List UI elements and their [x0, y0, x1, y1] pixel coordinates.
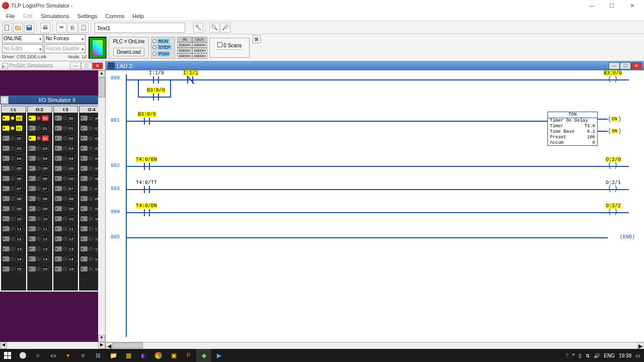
- task-app-2[interactable]: ▦: [121, 349, 136, 362]
- io-switch[interactable]: [29, 236, 36, 241]
- prosim-min-button[interactable]: —: [70, 62, 81, 69]
- io-bit-row[interactable]: 01: [2, 123, 26, 133]
- io-switch[interactable]: [3, 196, 10, 201]
- io-bit-row[interactable]: 00: [2, 113, 26, 123]
- io-bit-row[interactable]: 11: [28, 224, 52, 234]
- tray-chevron-icon[interactable]: ^: [573, 353, 575, 358]
- io-bit-row[interactable]: 04: [28, 153, 52, 163]
- download-button[interactable]: DownLoad: [113, 48, 144, 56]
- open-button[interactable]: [13, 23, 23, 33]
- io-switch[interactable]: [3, 206, 10, 211]
- io-switch[interactable]: [55, 256, 62, 261]
- io-switch[interactable]: [55, 176, 62, 181]
- io-bit-row[interactable]: 04: [2, 153, 26, 163]
- ladder-min-button[interactable]: —: [609, 62, 620, 69]
- io-switch[interactable]: [29, 256, 36, 261]
- menu-simulations[interactable]: Simulations: [37, 13, 73, 19]
- timer-instruction[interactable]: TON Timer On Delay TimerT4:0 Time Base0.…: [547, 112, 598, 146]
- io-switch[interactable]: [80, 206, 88, 211]
- io-bit-row[interactable]: 03: [54, 143, 78, 153]
- io-switch[interactable]: [3, 216, 10, 221]
- io-bit-row[interactable]: 07: [28, 184, 52, 194]
- prosim-close-button[interactable]: ✕: [92, 62, 103, 69]
- io-switch[interactable]: [3, 226, 10, 231]
- coil-ote[interactable]: [608, 186, 618, 193]
- io-switch[interactable]: [55, 206, 62, 211]
- ladder-hscroll[interactable]: ◀▶: [106, 342, 644, 349]
- io-switch[interactable]: [3, 136, 10, 141]
- minimize-button[interactable]: —: [582, 1, 602, 11]
- io-bit-row[interactable]: 11: [54, 224, 78, 234]
- tool-button[interactable]: 🔧: [193, 23, 203, 33]
- io-switch[interactable]: [80, 226, 88, 231]
- task-edge[interactable]: e: [75, 349, 91, 362]
- io-bit-row[interactable]: 03: [28, 143, 52, 153]
- io-bit-row[interactable]: 02: [2, 133, 26, 143]
- io-switch[interactable]: [29, 166, 36, 171]
- prosim-vscroll[interactable]: ▲▼: [98, 70, 105, 342]
- menu-help[interactable]: Help: [128, 13, 148, 19]
- io-switch[interactable]: [29, 266, 36, 272]
- io-switch[interactable]: [3, 176, 10, 181]
- io-bit-row[interactable]: 11: [2, 224, 26, 234]
- tray-lang[interactable]: ENG: [604, 353, 615, 358]
- io-switch[interactable]: [80, 256, 88, 261]
- io-switch[interactable]: [3, 146, 10, 151]
- io-bit-row[interactable]: 12: [2, 234, 26, 244]
- task-app-4[interactable]: ▣: [166, 349, 181, 362]
- io-switch[interactable]: [80, 176, 88, 181]
- system-tray[interactable]: ? ^ ▯ ⇅ 🔊 ENG 19:38 ▭: [566, 353, 644, 358]
- io-switch[interactable]: [55, 156, 62, 161]
- io-bit-row[interactable]: 13: [28, 244, 52, 254]
- io-bit-row[interactable]: 00: [28, 113, 52, 123]
- io-switch[interactable]: [80, 136, 88, 141]
- io-switch[interactable]: [29, 246, 36, 251]
- io-switch[interactable]: [80, 216, 88, 221]
- coil-ote[interactable]: [608, 209, 618, 216]
- zoom-out-button[interactable]: 🔎: [220, 23, 230, 33]
- io-bit-row[interactable]: 10: [28, 214, 52, 224]
- io-switch[interactable]: [80, 126, 88, 131]
- contact-xic[interactable]: [142, 186, 152, 193]
- io-switch[interactable]: [29, 226, 36, 231]
- io-switch[interactable]: [3, 156, 10, 161]
- io-switch[interactable]: [3, 256, 10, 261]
- tray-volume-icon[interactable]: 🔊: [594, 353, 600, 358]
- io-switch[interactable]: [3, 186, 10, 191]
- io-switch[interactable]: [55, 266, 62, 272]
- coil-ote[interactable]: [608, 163, 618, 170]
- io-bit-row[interactable]: 02: [54, 133, 78, 143]
- io-bit-row[interactable]: 05: [2, 163, 26, 173]
- io-bit-row[interactable]: 12: [28, 234, 52, 244]
- io-bit-row[interactable]: 13: [54, 244, 78, 254]
- ladder-canvas[interactable]: 000 I:1/0 I:1/1 B3:0/0 B3:0/0 001 B3:0/0: [106, 70, 644, 342]
- ladder-max-button[interactable]: ☐: [620, 62, 631, 69]
- io-bit-row[interactable]: 05: [54, 163, 78, 173]
- contact-xic[interactable]: [142, 118, 152, 125]
- io-bit-row[interactable]: 07: [2, 184, 26, 194]
- tray-battery-icon[interactable]: ▯: [579, 353, 582, 358]
- io-switch[interactable]: [29, 126, 36, 131]
- io-switch[interactable]: [29, 176, 36, 181]
- menu-settings[interactable]: Settings: [73, 13, 102, 19]
- menu-edit[interactable]: Edit: [19, 13, 37, 19]
- io-bit-row[interactable]: 10: [54, 214, 78, 224]
- cortana-button[interactable]: ○: [30, 349, 45, 362]
- io-bit-row[interactable]: 12: [54, 234, 78, 244]
- contact-xic[interactable]: [151, 76, 161, 83]
- task-store[interactable]: ⊞: [91, 349, 106, 362]
- start-button[interactable]: [0, 349, 15, 362]
- forces-disable-combo[interactable]: Forces Disable: [44, 44, 86, 53]
- io-switch[interactable]: [29, 136, 36, 141]
- tray-help-icon[interactable]: ?: [566, 353, 569, 358]
- io-switch[interactable]: [3, 126, 10, 131]
- forces-combo[interactable]: No Forces: [44, 34, 86, 43]
- io-switch[interactable]: [55, 236, 62, 241]
- io-bit-row[interactable]: 14: [28, 254, 52, 264]
- contact-xic[interactable]: [142, 209, 152, 216]
- io-switch[interactable]: [55, 116, 62, 121]
- io-bit-row[interactable]: 01: [28, 123, 52, 133]
- io-switch[interactable]: [55, 166, 62, 171]
- menu-file[interactable]: File: [2, 13, 19, 19]
- io-switch[interactable]: [55, 146, 62, 151]
